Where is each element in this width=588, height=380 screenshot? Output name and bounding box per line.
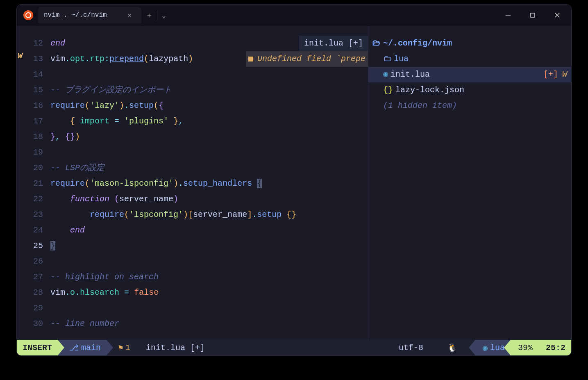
tree-hidden-note: (1 hidden item) bbox=[368, 98, 571, 114]
code-line: require('lspconfig')[server_name].setup … bbox=[50, 207, 368, 223]
code-line: } bbox=[50, 238, 368, 254]
cursor-position: 25:2 bbox=[538, 340, 571, 355]
folder-icon: 🗀 bbox=[383, 51, 391, 67]
code-line: vim.opt.rtp:prepend(lazypath) bbox=[50, 51, 368, 67]
code-line: function (server_name) bbox=[50, 191, 368, 207]
lineno: 15 bbox=[27, 82, 46, 98]
window-controls bbox=[501, 8, 568, 23]
code-line: -- highlight on search bbox=[50, 269, 368, 285]
folder-open-icon: 🗁 bbox=[372, 36, 381, 51]
close-tab-icon[interactable]: ✕ bbox=[123, 9, 136, 21]
lineno: 22 bbox=[27, 191, 46, 207]
modified-indicator: [+] bbox=[543, 67, 558, 82]
lineno: 29 bbox=[27, 300, 46, 316]
mode-indicator: INSERT bbox=[17, 340, 58, 355]
editor-pane[interactable]: init.lua [+] Undefined field `prepe 12 1… bbox=[27, 26, 368, 340]
code-line: vim.o.hlsearch = false bbox=[50, 285, 368, 300]
code-line bbox=[50, 300, 368, 316]
lineno: 27 bbox=[27, 269, 46, 285]
json-icon: {} bbox=[383, 82, 393, 98]
close-button[interactable] bbox=[550, 8, 565, 23]
lineno: 16 bbox=[27, 98, 46, 114]
maximize-button[interactable] bbox=[525, 8, 540, 23]
lineno: 18 bbox=[27, 129, 46, 145]
branch-icon: ⎇ bbox=[69, 343, 79, 353]
lineno: 12 bbox=[27, 36, 46, 51]
code-line: end bbox=[50, 223, 368, 238]
code-line: -- プラグイン設定のインポート bbox=[50, 82, 368, 98]
sign-column: W bbox=[17, 26, 27, 340]
statusline: INSERT ⎇ main ⚑ 1 init.lua [+] utf-8 〈 🐧… bbox=[17, 340, 571, 355]
code-line: end bbox=[50, 36, 368, 51]
ubuntu-icon bbox=[23, 10, 33, 20]
code-line: require('lazy').setup({ bbox=[50, 98, 368, 114]
tree-folder-lua[interactable]: 🗀 lua bbox=[368, 51, 571, 67]
warning-sign: W bbox=[17, 51, 27, 67]
svg-rect-1 bbox=[531, 13, 535, 17]
tab-title: nvim . ~/.c/nvim bbox=[44, 11, 107, 19]
lineno: 28 bbox=[27, 285, 46, 300]
tree-file-label: lazy-lock.json bbox=[395, 82, 464, 98]
tab-active[interactable]: nvim . ~/.c/nvim ✕ bbox=[38, 7, 141, 23]
code-line bbox=[50, 254, 368, 269]
tree-folder-label: lua bbox=[394, 51, 409, 67]
lineno: 30 bbox=[27, 316, 46, 332]
code-line bbox=[50, 145, 368, 160]
lineno: 21 bbox=[27, 176, 46, 191]
code-line: }, {}) bbox=[50, 129, 368, 145]
titlebar: nvim . ~/.c/nvim ✕ ＋ ⌄ bbox=[17, 5, 571, 26]
lineno: 24 bbox=[27, 223, 46, 238]
lineno: 13 bbox=[27, 51, 46, 67]
filename-status: init.lua [+] bbox=[136, 340, 211, 355]
tree-root[interactable]: 🗁 ~/.config/nvim bbox=[368, 36, 571, 51]
lineno: 26 bbox=[27, 254, 46, 269]
code-line: -- line number bbox=[50, 316, 368, 332]
lineno: 23 bbox=[27, 207, 46, 223]
code-line: require('mason-lspconfig').setup_handler… bbox=[50, 176, 368, 191]
lineno: 19 bbox=[27, 145, 46, 160]
os-indicator: 🐧 bbox=[441, 340, 463, 355]
tree-root-path: ~/.config/nvim bbox=[383, 36, 452, 51]
linux-icon: 🐧 bbox=[447, 343, 457, 353]
tree-file-init[interactable]: ◉ init.lua [+] W bbox=[368, 67, 571, 82]
minimize-button[interactable] bbox=[501, 8, 515, 23]
lineno: 17 bbox=[27, 114, 46, 129]
terminal-window: nvim . ~/.c/nvim ✕ ＋ ⌄ W init.lua bbox=[16, 4, 572, 356]
flag-icon: ⚑ bbox=[118, 343, 123, 353]
encoding: utf-8 bbox=[393, 340, 429, 355]
warning-indicator: W bbox=[562, 67, 567, 82]
code-line bbox=[50, 67, 368, 82]
editor-main: W init.lua [+] Undefined field `prepe 12… bbox=[17, 26, 571, 340]
lua-icon: ◉ bbox=[483, 343, 488, 353]
code-area[interactable]: end vim.opt.rtp:prepend(lazypath) -- プラグ… bbox=[46, 26, 368, 340]
lineno: 14 bbox=[27, 67, 46, 82]
new-tab-button[interactable]: ＋ bbox=[141, 9, 157, 22]
code-line: { import = 'plugins' }, bbox=[50, 114, 368, 129]
code-line: -- LSPの設定 bbox=[50, 160, 368, 176]
tree-file-lazy-lock[interactable]: {} lazy-lock.json bbox=[368, 82, 571, 98]
git-branch: ⎇ main bbox=[58, 340, 107, 355]
file-tree[interactable]: 🗁 ~/.config/nvim 🗀 lua ◉ init.lua [+] W … bbox=[368, 26, 571, 340]
lua-icon: ◉ bbox=[383, 67, 388, 82]
tab-menu-button[interactable]: ⌄ bbox=[157, 9, 170, 21]
lineno: 20 bbox=[27, 160, 46, 176]
lineno-current: 25 bbox=[27, 238, 46, 254]
line-numbers: 12 13 14 15 16 17 18 19 20 21 22 23 24 2… bbox=[27, 26, 46, 340]
tree-file-label: init.lua bbox=[390, 67, 430, 82]
